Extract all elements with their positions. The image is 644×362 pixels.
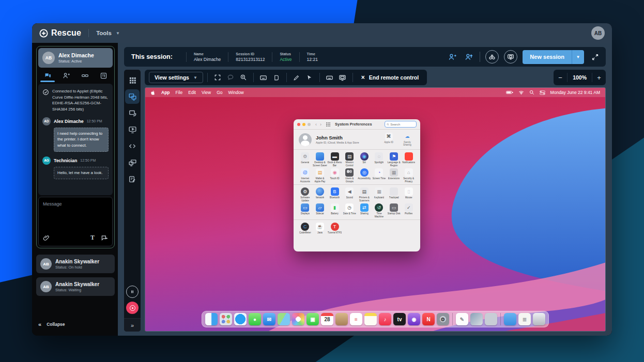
pref-users-groups[interactable]: Users & Groups: [342, 168, 357, 183]
record-session-button[interactable]: [126, 302, 139, 314]
pref-printers-scanners[interactable]: ▤ Printers & Scanners: [357, 187, 372, 202]
close-window-button[interactable]: [297, 123, 300, 126]
pref-general[interactable]: ⚙ General: [298, 152, 313, 167]
dock-icon-facetime[interactable]: ▣: [306, 313, 319, 325]
view-settings-dropdown[interactable]: View settings ▼: [149, 72, 203, 83]
pref-spotlight[interactable]: ◌ Spotlight: [372, 152, 387, 167]
menu-item[interactable]: View: [202, 90, 211, 95]
pref-time-machine[interactable]: ↺ Time Machine: [372, 203, 387, 218]
pref-profiles[interactable]: ✓ Profiles: [401, 203, 416, 218]
display-settings-button[interactable]: [337, 72, 348, 83]
pref-extensions[interactable]: ▦ Extensions: [387, 168, 402, 183]
dock-icon-reminders[interactable]: ≡: [350, 313, 362, 325]
menu-bar-clock[interactable]: Monday June 22 9:41 AM: [550, 90, 600, 95]
fullscreen-toggle-button[interactable]: [589, 51, 601, 62]
dock-icon-calendar[interactable]: 28: [321, 313, 333, 325]
whiteboard-button[interactable]: [291, 72, 302, 83]
pref-startup-disk[interactable]: ▭ Startup Disk: [387, 203, 402, 218]
pref-accessibility[interactable]: ◎ Accessibility: [357, 168, 372, 183]
dock-icon-document[interactable]: ≣: [518, 313, 531, 325]
zoom-in-button[interactable]: +: [592, 70, 606, 85]
tools-menu[interactable]: Tools ▼: [96, 30, 120, 36]
dock-icon-downloads-folder[interactable]: [504, 313, 516, 325]
pref-mouse[interactable]: ▯ Mouse: [401, 187, 416, 202]
dock-icon-mail[interactable]: ✉: [263, 313, 275, 325]
pref-sidecar[interactable]: ▱ Sidecar: [313, 203, 328, 218]
expand-strip-button[interactable]: »: [124, 318, 141, 332]
prefs-search-field[interactable]: [385, 121, 417, 128]
tab-notes[interactable]: [94, 69, 113, 82]
new-session-dropdown[interactable]: ▼: [572, 50, 584, 64]
system-preferences-window[interactable]: ‹› System Preferences: [294, 119, 420, 251]
pref-tuxera-ntfs[interactable]: T Tuxera NTFS: [327, 223, 342, 237]
dock-icon-contacts[interactable]: [335, 313, 348, 325]
prefs-shortcut[interactable]: ☁ Family Sharing: [400, 133, 415, 147]
end-remote-control-button[interactable]: × End remote control: [357, 74, 423, 81]
pref-wallet-apple-pay[interactable]: ▤ Wallet & Apple Pay: [313, 168, 328, 183]
menu-app[interactable]: App: [161, 90, 170, 95]
screen-share-button[interactable]: [504, 50, 517, 64]
dock-icon-finder[interactable]: [205, 313, 218, 325]
pref-codemeter[interactable]: C CodeMeter: [298, 223, 313, 237]
displays-tab[interactable]: [125, 155, 140, 170]
pref-battery[interactable]: ▮ Battery: [327, 203, 342, 218]
pref-notifications[interactable]: Notifications: [401, 152, 416, 167]
pref-sound[interactable]: ◀ Sound: [342, 187, 357, 202]
pref-desktop-screen-saver[interactable]: Desktop & Screen Saver: [313, 152, 328, 167]
attachment-icon[interactable]: [43, 234, 50, 241]
pref-bluetooth[interactable]: B Bluetooth: [327, 187, 342, 202]
pref-date-time[interactable]: ◷ Date & Time: [342, 203, 357, 218]
monitor-session-button[interactable]: [485, 50, 499, 64]
back-button[interactable]: ‹: [315, 122, 317, 127]
menu-item[interactable]: File: [176, 90, 183, 95]
pref-software-update[interactable]: ⚙ Software Update: [298, 187, 313, 202]
dock-icon-tv[interactable]: tv: [393, 313, 406, 325]
pref-security-privacy[interactable]: ⌂ Security & Privacy: [401, 168, 416, 183]
prefs-shortcut[interactable]: ⌘ Apple ID: [381, 133, 396, 147]
pref-sharing[interactable]: ⇄ Sharing: [357, 203, 372, 218]
dock-icon-messages[interactable]: ●: [249, 313, 261, 325]
pause-session-button[interactable]: [126, 286, 139, 298]
zoom-window-button[interactable]: [308, 123, 311, 126]
invite-technician-button[interactable]: [447, 51, 458, 62]
dock-icon-notes[interactable]: [364, 313, 377, 325]
menu-item[interactable]: Edit: [188, 90, 196, 95]
pref-dock-menu-bar[interactable]: ▬ Dock & Menu Bar: [327, 152, 342, 167]
clipboard-sync-button[interactable]: [271, 72, 282, 83]
queued-session-card[interactable]: AB Anakin Skywalker Status: On hold: [36, 255, 115, 273]
remote-control-tab[interactable]: [125, 89, 140, 104]
laser-pointer-button[interactable]: [304, 72, 315, 83]
dock-icon-podcasts[interactable]: ◉: [408, 313, 420, 325]
menu-item[interactable]: Window: [228, 90, 244, 95]
prefs-search-input[interactable]: [390, 123, 415, 126]
collapse-sidebar-button[interactable]: « Collapse: [36, 318, 115, 330]
dock-icon-news[interactable]: N: [422, 313, 435, 325]
tab-chat[interactable]: [38, 69, 57, 82]
minimize-window-button[interactable]: [302, 123, 305, 126]
keypad-button[interactable]: [258, 72, 269, 83]
dock-icon-photos[interactable]: [292, 313, 304, 325]
account-avatar[interactable]: AB: [591, 26, 605, 40]
pref-trackpad[interactable]: Trackpad: [387, 187, 402, 202]
dock-icon-system-preferences[interactable]: ⚙: [437, 313, 449, 325]
pref-touch-id[interactable]: ◉ Touch ID: [327, 168, 342, 183]
battery-icon[interactable]: [506, 90, 513, 95]
remote-desktop-screen[interactable]: App FileEditViewGoWindow: [145, 87, 606, 332]
fullscreen-button[interactable]: [212, 72, 223, 83]
dock-icon-trash[interactable]: [533, 313, 545, 325]
show-all-icon[interactable]: [326, 122, 330, 127]
dock-icon-preview[interactable]: [470, 313, 483, 325]
apple-id-row[interactable]: John Smith Apple ID, iCloud, Media & App…: [294, 130, 420, 150]
dock-icon-placeholder-app[interactable]: [485, 313, 497, 325]
scripts-tab[interactable]: [125, 139, 140, 153]
pref-displays[interactable]: ▭ Displays: [298, 203, 313, 218]
menu-item[interactable]: Go: [217, 90, 222, 95]
dock-icon-maps[interactable]: [278, 313, 290, 325]
session-notes-tab[interactable]: [125, 172, 140, 186]
pref-mission-control[interactable]: ▤ Mission Control: [342, 152, 357, 167]
zoom-in-tool-button[interactable]: [238, 72, 249, 83]
new-session-button[interactable]: New session: [523, 50, 572, 64]
forward-button[interactable]: ›: [320, 122, 321, 127]
queued-session-card[interactable]: AB Anakin Skywalker Status: Waiting: [36, 277, 115, 296]
control-center-icon[interactable]: [540, 90, 545, 95]
